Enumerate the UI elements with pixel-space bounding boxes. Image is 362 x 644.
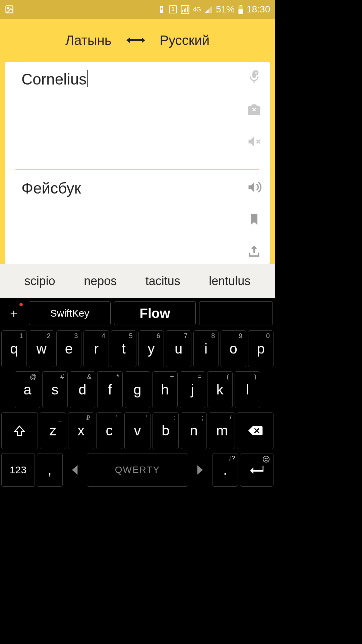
status-right: 1 4G 51% 18:30 [158, 4, 270, 15]
space-key[interactable]: QWERTY [87, 453, 188, 487]
key-m[interactable]: /m [209, 412, 235, 449]
svg-text:✕: ✕ [254, 71, 257, 75]
keyboard-row-3: _z₽x"c'v:b;n/m [1, 412, 274, 449]
suggestion[interactable]: nepos [84, 274, 117, 288]
suggestion-strip: scipio nepos tacitus lentulus [0, 264, 275, 298]
swap-icon[interactable] [126, 36, 145, 44]
key-d[interactable]: &d [70, 371, 95, 408]
target-pane: Фейсбук [5, 170, 270, 264]
signal-box-icon [180, 5, 190, 14]
translation-card: Cornelius ✕ ✕ Фейсбук [5, 62, 270, 264]
key-h[interactable]: +h [152, 371, 178, 408]
key-f[interactable]: *f [97, 371, 123, 408]
key-k[interactable]: (k [207, 371, 233, 408]
sim-icon: 1 [169, 5, 177, 13]
svg-point-10 [263, 456, 269, 462]
svg-text:✕: ✕ [252, 107, 256, 113]
target-text: Фейсбук [21, 179, 81, 197]
svg-point-12 [267, 458, 267, 459]
keyboard: ＋ SwiftKey Flow 1q2w3e4r5t6y7u8i9o0p @a#… [0, 298, 275, 490]
keyboard-row-2: @a#s&d*f-g+h=j(k)l [1, 371, 274, 408]
period-alt-label: ,!? [228, 455, 235, 462]
key-g[interactable]: -g [125, 371, 150, 408]
suggestion[interactable]: tacitus [145, 274, 180, 288]
shift-key[interactable] [1, 412, 38, 449]
key-q[interactable]: 1q [1, 330, 27, 367]
notification-dot-icon [19, 303, 23, 306]
comma-key[interactable]: , [37, 453, 63, 487]
key-j[interactable]: =j [180, 371, 205, 408]
key-o[interactable]: 9o [221, 330, 246, 367]
speaker-icon[interactable] [246, 179, 262, 195]
battery-icon [238, 5, 243, 14]
keyboard-plus-button[interactable]: ＋ [2, 302, 25, 325]
svg-point-1 [7, 7, 9, 9]
clock: 18:30 [247, 4, 270, 15]
svg-rect-4 [238, 9, 243, 14]
source-tools: ✕ ✕ [246, 69, 262, 150]
enter-key[interactable] [240, 453, 274, 487]
source-text[interactable]: Cornelius [21, 70, 86, 88]
key-b[interactable]: :b [153, 412, 179, 449]
suggestion[interactable]: scipio [24, 274, 55, 288]
key-s[interactable]: #s [42, 371, 68, 408]
download-icon [158, 5, 166, 13]
battery-pct: 51% [216, 4, 235, 15]
status-bar: 1 4G 51% 18:30 [0, 0, 275, 19]
network-label: 4G [193, 6, 201, 12]
key-e[interactable]: 3e [56, 330, 82, 367]
keyboard-rows: 1q2w3e4r5t6y7u8i9o0p @a#s&d*f-g+h=j(k)l … [0, 329, 275, 490]
keyboard-row-1: 1q2w3e4r5t6y7u8i9o0p [1, 330, 274, 367]
target-language[interactable]: Русский [160, 33, 209, 48]
target-tools [246, 179, 262, 260]
key-x[interactable]: ₽x [68, 412, 94, 449]
key-t[interactable]: 5t [111, 330, 136, 367]
suggestion[interactable]: lentulus [209, 274, 250, 288]
key-p[interactable]: 0p [248, 330, 274, 367]
key-a[interactable]: @a [15, 371, 40, 408]
right-arrow-key[interactable] [190, 453, 210, 487]
signal-icon [204, 5, 213, 13]
emoji-icon [262, 455, 270, 464]
key-z[interactable]: _z [40, 412, 66, 449]
left-arrow-key[interactable] [65, 453, 85, 487]
keyboard-mode-key[interactable]: Flow [114, 301, 196, 325]
keyboard-row-4: 123 , QWERTY ,!? . [1, 453, 274, 487]
speaker-muted-icon[interactable] [246, 133, 262, 150]
keyboard-top-row: ＋ SwiftKey Flow [0, 299, 275, 329]
mic-icon[interactable]: ✕ [246, 69, 262, 85]
source-pane[interactable]: Cornelius ✕ ✕ [5, 62, 270, 169]
key-c[interactable]: "c [96, 412, 122, 449]
key-n[interactable]: ;n [181, 412, 207, 449]
key-r[interactable]: 4r [83, 330, 109, 367]
svg-rect-6 [253, 80, 254, 83]
svg-point-11 [265, 458, 265, 459]
numbers-key[interactable]: 123 [1, 453, 35, 487]
svg-rect-5 [240, 5, 242, 6]
key-l[interactable]: )l [235, 371, 260, 408]
source-language[interactable]: Латынь [65, 33, 112, 48]
key-w[interactable]: 2w [29, 330, 54, 367]
key-v[interactable]: 'v [124, 412, 150, 449]
picture-icon [5, 5, 14, 14]
key-y[interactable]: 6y [138, 330, 164, 367]
share-icon[interactable] [246, 244, 262, 260]
translation-area: Cornelius ✕ ✕ Фейсбук [0, 62, 275, 264]
text-cursor [87, 70, 88, 87]
key-u[interactable]: 7u [166, 330, 191, 367]
bookmark-icon[interactable] [246, 211, 262, 227]
keyboard-blank-key[interactable] [199, 301, 273, 325]
language-header: Латынь Русский [0, 19, 275, 62]
svg-rect-2 [181, 5, 189, 13]
keyboard-brand-key[interactable]: SwiftKey [29, 301, 111, 325]
backspace-key[interactable] [237, 412, 274, 449]
key-i[interactable]: 8i [193, 330, 219, 367]
status-left [5, 5, 14, 14]
camera-icon[interactable]: ✕ [246, 101, 262, 117]
period-key[interactable]: ,!? . [212, 453, 238, 487]
screen: 1 4G 51% 18:30 Латынь Русский Cornelius [0, 0, 275, 490]
